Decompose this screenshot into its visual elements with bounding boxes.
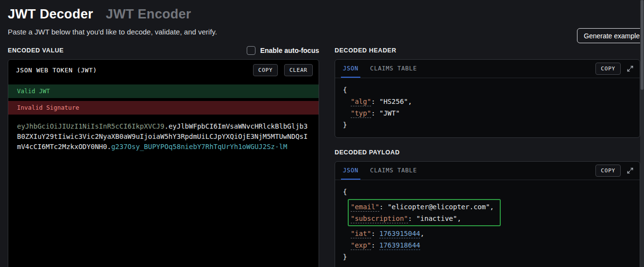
generate-example-button[interactable]: Generate example [577,28,644,43]
decoded-header-json: { "alg": "HS256", "typ": "JWT" } [335,78,640,137]
timestamp-value[interactable]: 1763915044 [379,230,420,238]
claim-key[interactable]: "typ" [351,109,371,118]
json-close-brace: } [343,251,632,263]
claim-value: "JWT" [379,109,400,117]
claim-typ: "typ": "JWT" [343,107,632,119]
claim-key[interactable]: "iat" [351,230,371,238]
scrollbar-thumb[interactable] [641,0,644,90]
jwt-token-editor[interactable]: eyJhbGciOiJIUzI1NiIsInR5cCI6IkpXVCJ9.eyJ… [8,115,319,152]
page-subtitle: Paste a JWT below that you'd like to dec… [8,28,644,36]
highlighted-claims-box: "email": "elicopter@elicopter.com", "sub… [348,199,501,226]
jwt-decoder-page: Generate example JWT Decoder JWT Encoder… [0,0,644,267]
copy-header-button[interactable]: COPY [595,63,621,75]
decoded-payload-json: { "email": "elicopter@elicopter.com", "s… [335,180,640,267]
tab-header-claims-table[interactable]: CLAIMS TABLE [364,60,423,78]
claim-alg: "alg": "HS256", [343,96,632,107]
invalid-signature-badge: Invalid Signature [8,101,319,115]
auto-focus-label: Enable auto-focus [260,47,319,54]
token-dot: . [164,122,168,130]
claim-subscription: "subscription": "inactive", [351,213,494,224]
app-tabs: JWT Decoder JWT Encoder [8,7,644,22]
claim-exp: "exp": 1763918644 [343,239,632,251]
timestamp-value[interactable]: 1763918644 [379,241,420,250]
valid-jwt-badge: Valid JWT [8,84,319,98]
claim-key[interactable]: "email" [351,203,379,212]
copy-payload-button[interactable]: COPY [595,165,621,177]
claim-value: "HS256" [379,98,408,105]
claim-value: "elicopter@elicopter.com" [388,203,490,211]
token-card-title: JSON WEB TOKEN (JWT) [16,67,97,74]
decoded-header-label: DECODED HEADER [335,47,396,54]
json-open-brace: { [343,84,632,96]
claim-key[interactable]: "exp" [351,241,371,250]
claim-key[interactable]: "subscription" [351,215,408,223]
token-dot: . [107,143,111,150]
decoded-header-card: JSON CLAIMS TABLE COPY [335,59,640,138]
tab-jwt-decoder[interactable]: JWT Decoder [8,7,93,22]
claim-email: "email": "elicopter@elicopter.com", [351,201,494,213]
json-close-brace: } [343,119,632,131]
token-signature-segment: g237Osy_BUPYPOq58niebY7RhTqUrYh1oWGUJ2Sz… [111,143,287,150]
copy-token-button[interactable]: COPY [253,64,278,76]
auto-focus-checkbox[interactable] [247,46,255,55]
page-scrollbar[interactable] [640,0,644,267]
json-open-brace: { [343,186,632,198]
tab-payload-json[interactable]: JSON [337,162,364,180]
token-header-segment: eyJhbGciOiJIUzI1NiIsInR5cCI6IkpXVCJ9 [17,122,164,130]
tab-header-json[interactable]: JSON [337,60,364,78]
claim-value: "inactive" [416,215,457,222]
encoded-token-card: JSON WEB TOKEN (JWT) COPY CLEAR Valid JW… [8,59,319,267]
decoded-payload-label: DECODED PAYLOAD [335,149,400,156]
tab-jwt-encoder[interactable]: JWT Encoder [106,7,191,22]
claim-iat: "iat": 1763915044, [343,228,632,239]
encoded-value-label: ENCODED VALUE [8,47,64,54]
expand-icon[interactable] [627,65,634,72]
claim-key[interactable]: "alg" [351,98,371,106]
decoded-payload-card: JSON CLAIMS TABLE COPY [335,161,640,267]
clear-token-button[interactable]: CLEAR [284,64,313,76]
tab-payload-claims-table[interactable]: CLAIMS TABLE [364,162,423,180]
expand-icon[interactable] [627,167,634,174]
